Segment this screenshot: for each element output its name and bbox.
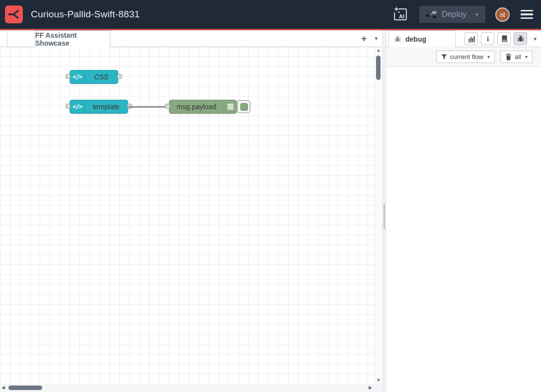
clear-caret-icon: ▾ xyxy=(525,54,528,60)
scroll-left-icon[interactable]: ◀ xyxy=(1,385,5,390)
ai-assistant-button[interactable]: AI xyxy=(391,4,409,24)
splitter-handle[interactable] xyxy=(384,203,385,229)
flow-canvas[interactable]: </> CSS </> template msg.payload xyxy=(0,47,383,384)
instance-title: Curious-Pallid-Swift-8831 xyxy=(31,9,140,20)
tab-scroll-divider xyxy=(7,30,7,47)
code-icon: </> xyxy=(70,70,85,83)
wire-template-to-debug[interactable] xyxy=(128,106,169,108)
scroll-up-icon[interactable]: ▲ xyxy=(375,48,383,53)
tab-bar-actions: + ▾ xyxy=(361,30,378,47)
canvas-horizontal-scrollbar[interactable]: ◀ ▶ xyxy=(0,384,383,392)
sidebar-toolbar: i xyxy=(464,32,537,45)
info-icon: i xyxy=(487,35,489,43)
sidebar-tab-bar: debug i xyxy=(386,30,541,47)
debug-clear-button[interactable]: all ▾ xyxy=(500,51,533,63)
debug-filter-label: current flow xyxy=(450,53,483,61)
sidebar-menu-caret-icon[interactable]: ▾ xyxy=(534,36,537,42)
output-port[interactable] xyxy=(117,74,122,79)
bug-icon xyxy=(517,35,525,43)
node-label: template xyxy=(85,103,128,111)
flow-tab-label: FF Assistant Showcase xyxy=(35,31,110,47)
main-menu-icon[interactable] xyxy=(520,8,534,21)
help-tab-button[interactable] xyxy=(497,32,511,45)
node-debug[interactable]: msg.payload xyxy=(169,100,237,114)
sidebar-tab-debug[interactable]: debug xyxy=(388,30,456,47)
deploy-button[interactable]: Deploy ▼ xyxy=(419,6,485,23)
workspace: FF Assistant Showcase + ▾ </> CSS </> xyxy=(0,30,383,392)
flowfuse-logo-icon[interactable] xyxy=(5,5,23,23)
chart-icon xyxy=(467,35,475,43)
debug-clear-label: all xyxy=(515,53,521,61)
sidebar: debug i xyxy=(386,30,541,392)
input-port[interactable] xyxy=(66,104,71,109)
scroll-down-icon[interactable]: ▼ xyxy=(375,378,383,383)
debug-list-icon xyxy=(224,100,236,113)
horizontal-scroll-thumb[interactable] xyxy=(8,386,42,390)
add-flow-button[interactable]: + xyxy=(361,34,367,43)
trash-icon xyxy=(505,53,512,61)
filter-caret-icon: ▾ xyxy=(487,54,490,60)
ai-button-glyph: AI xyxy=(399,13,404,19)
header-actions: AI Deploy ▼ st xyxy=(391,4,534,24)
header-bar: Curious-Pallid-Swift-8831 AI Deploy ▼ st xyxy=(0,0,541,29)
debug-message-list[interactable] xyxy=(386,67,541,392)
filter-funnel-icon xyxy=(441,54,447,60)
node-label: msg.payload xyxy=(169,103,224,111)
avatar-initials: st xyxy=(500,11,505,18)
user-avatar[interactable]: st xyxy=(495,7,510,22)
scroll-right-icon[interactable]: ▶ xyxy=(369,385,372,390)
editor-main: FF Assistant Showcase + ▾ </> CSS </> xyxy=(0,30,541,392)
input-port[interactable] xyxy=(165,104,170,109)
node-ui-template-css[interactable]: </> CSS xyxy=(70,70,118,84)
sidebar-splitter[interactable] xyxy=(383,30,386,392)
debug-toggle-state xyxy=(240,103,248,111)
deploy-button-label: Deploy xyxy=(442,10,466,19)
deploy-options-caret-icon[interactable]: ▼ xyxy=(474,12,479,17)
debug-filter-bar: current flow ▾ all ▾ xyxy=(386,47,541,67)
flow-list-caret-icon[interactable]: ▾ xyxy=(375,35,378,42)
deploy-merge-icon xyxy=(425,10,437,19)
code-icon: </> xyxy=(70,100,85,113)
node-label: CSS xyxy=(85,73,118,81)
book-icon xyxy=(500,35,508,43)
dashboard-chart-tab-button[interactable] xyxy=(464,32,478,45)
bug-icon xyxy=(394,35,401,43)
debug-tab-button[interactable] xyxy=(514,32,527,45)
debug-enable-toggle[interactable] xyxy=(237,100,250,113)
vertical-scroll-thumb[interactable] xyxy=(376,56,381,80)
node-ui-template[interactable]: </> template xyxy=(70,100,128,114)
sidebar-tab-label: debug xyxy=(405,35,426,43)
canvas-vertical-scrollbar[interactable]: ▲ ▼ xyxy=(374,47,383,384)
info-tab-button[interactable]: i xyxy=(481,32,494,45)
debug-filter-button[interactable]: current flow ▾ xyxy=(436,51,495,63)
flow-tab-bar: FF Assistant Showcase + ▾ xyxy=(0,30,383,47)
input-port[interactable] xyxy=(66,74,71,79)
flow-tab-active[interactable]: FF Assistant Showcase xyxy=(35,30,110,47)
